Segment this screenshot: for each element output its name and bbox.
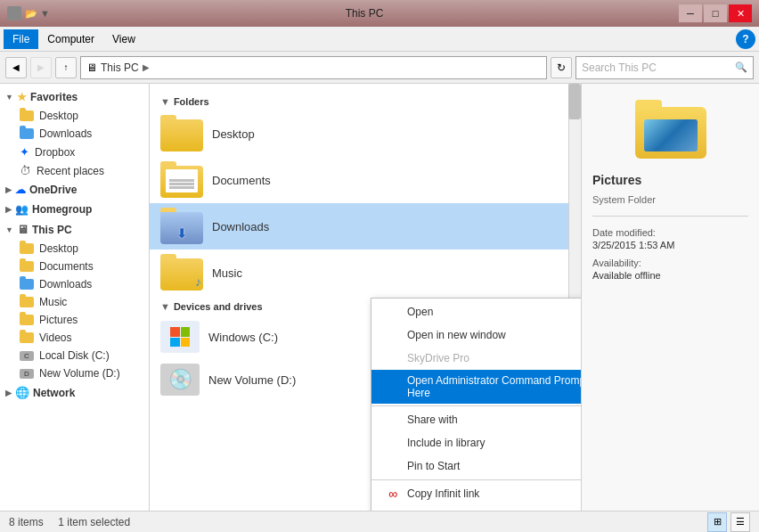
context-pin-start[interactable]: Pin to Start xyxy=(371,454,581,478)
folder-icon5 xyxy=(20,297,34,307)
star-icon: ★ xyxy=(17,91,27,103)
context-open-cmd[interactable]: Open Administrator Command Prompt Here xyxy=(371,370,581,404)
info-date-label: Date modified: xyxy=(592,227,748,238)
sidebar-item-recent[interactable]: ⏱ Recent places xyxy=(0,161,149,180)
context-open-new-window[interactable]: Open in new window xyxy=(371,323,581,347)
share-icon xyxy=(386,413,400,427)
info-divider xyxy=(592,216,748,217)
folder-icon3 xyxy=(20,261,34,272)
main-layout: ▼ ★ Favorites Desktop Downloads ✦ Dropbo… xyxy=(0,84,759,511)
context-share-with[interactable]: Share with ▶ xyxy=(371,408,581,431)
context-copy-infinit-label: Copy Infinit link xyxy=(407,487,479,500)
desktop-folder-icon xyxy=(160,116,203,151)
folder-item-downloads[interactable]: ⬇ Downloads xyxy=(150,203,581,250)
downloads-folder-name: Downloads xyxy=(212,220,269,233)
sidebar-new-volume-label: New Volume (D:) xyxy=(39,367,120,380)
context-open[interactable]: Open xyxy=(371,300,581,323)
info-availability-label: Availability: xyxy=(592,258,748,268)
minimize-button[interactable]: ─ xyxy=(679,4,702,22)
info-subtitle: System Folder xyxy=(592,194,748,205)
sidebar-item-desktop2[interactable]: Desktop xyxy=(0,240,149,258)
context-copy-infinit[interactable]: ∞ Copy Infinit link xyxy=(371,482,581,505)
drive2-name: New Volume (D:) xyxy=(208,373,296,387)
documents-folder-name: Documents xyxy=(212,174,271,187)
sidebar-thispc-header[interactable]: ▼ 🖥 This PC xyxy=(0,219,149,240)
info-panel: Pictures System Folder Date modified: 3/… xyxy=(581,84,759,511)
network-icon: 🌐 xyxy=(15,386,29,399)
sidebar-item-new-volume[interactable]: D New Volume (D:) xyxy=(0,364,149,382)
close-button[interactable]: ✕ xyxy=(729,4,752,22)
up-button[interactable]: ↑ xyxy=(55,57,77,78)
folder-item-music[interactable]: ♪ Music xyxy=(150,250,581,296)
window-title: This PC xyxy=(50,7,679,20)
dropbox-icon: ✦ xyxy=(20,145,29,159)
context-share-label: Share with xyxy=(407,413,458,426)
sidebar-item-downloads2[interactable]: Downloads xyxy=(0,275,149,293)
refresh-button[interactable]: ↻ xyxy=(551,57,572,78)
search-box[interactable]: Search This PC 🔍 xyxy=(575,56,754,79)
sidebar-item-local-disk[interactable]: C Local Disk (C:) xyxy=(0,347,149,364)
menu-file[interactable]: File xyxy=(4,29,38,49)
sidebar: ▼ ★ Favorites Desktop Downloads ✦ Dropbo… xyxy=(0,84,150,511)
onedrive-label: OneDrive xyxy=(29,184,77,196)
sidebar-item-downloads[interactable]: Downloads xyxy=(0,125,149,143)
sidebar-item-documents2[interactable]: Documents xyxy=(0,258,149,275)
view-list-button[interactable]: ☰ xyxy=(730,512,750,532)
forward-button[interactable]: ▶ xyxy=(30,57,52,78)
network-chevron: ▶ xyxy=(5,389,12,397)
title-bar-quick-access: 📂 ▼ xyxy=(25,8,50,20)
onedrive-chevron: ▶ xyxy=(5,185,12,194)
info-folder-icon xyxy=(635,102,706,159)
homegroup-chevron: ▶ xyxy=(5,205,12,214)
menu-bar: File Computer View ? xyxy=(0,27,759,52)
context-include-library[interactable]: Include in library ▶ xyxy=(371,431,581,454)
scroll-thumb[interactable] xyxy=(568,84,581,119)
context-open-label: Open xyxy=(407,306,433,318)
sidebar-network-header[interactable]: ▶ 🌐 Network xyxy=(0,382,149,403)
folder-icon4 xyxy=(20,279,34,290)
desktop-folder-name: Desktop xyxy=(212,127,255,141)
sidebar-item-dropbox[interactable]: ✦ Dropbox xyxy=(0,143,149,161)
sidebar-item-desktop[interactable]: Desktop xyxy=(0,107,149,125)
folders-section-header: ▼ Folders xyxy=(150,91,581,110)
sidebar-downloads2-label: Downloads xyxy=(39,278,92,291)
context-sep-1 xyxy=(371,405,581,406)
folder-item-documents[interactable]: Documents xyxy=(150,157,581,203)
back-button[interactable]: ◀ xyxy=(5,57,27,78)
folder-item-desktop[interactable]: Desktop xyxy=(150,110,581,157)
info-date-row: Date modified: 3/25/2015 1:53 AM xyxy=(592,227,748,250)
menu-computer[interactable]: Computer xyxy=(38,29,103,49)
favorites-label: Favorites xyxy=(30,91,78,103)
search-placeholder: Search This PC xyxy=(582,61,657,74)
sidebar-favorites-header[interactable]: ▼ ★ Favorites xyxy=(0,87,149,107)
sidebar-onedrive-header[interactable]: ▶ ☁ OneDrive xyxy=(0,180,149,200)
this-pc-breadcrumb[interactable]: This PC xyxy=(101,61,139,74)
sidebar-homegroup-header[interactable]: ▶ 👥 Homegroup xyxy=(0,200,149,219)
search-icon: 🔍 xyxy=(735,61,747,73)
address-bar: ◀ ▶ ↑ 🖥 This PC ▶ ↻ Search This PC 🔍 xyxy=(0,52,759,84)
title-bar-left: 📂 ▼ xyxy=(7,6,50,20)
sidebar-item-pictures[interactable]: Pictures xyxy=(0,311,149,329)
status-right: ⊞ ☰ xyxy=(707,512,750,532)
info-availability-row: Availability: Available offline xyxy=(592,258,748,281)
context-cmd-icon xyxy=(386,380,400,394)
help-button[interactable]: ? xyxy=(736,29,755,49)
sidebar-item-videos[interactable]: Videos xyxy=(0,329,149,347)
view-details-button[interactable]: ⊞ xyxy=(707,512,727,532)
favorites-chevron: ▼ xyxy=(5,93,13,102)
context-skydrive-icon xyxy=(386,351,400,365)
breadcrumb-chevron: ▶ xyxy=(143,62,150,72)
sidebar-local-disk-label: Local Disk (C:) xyxy=(39,349,110,362)
folders-section-label: Folders xyxy=(174,96,209,107)
context-open-new-window-label: Open in new window xyxy=(407,329,506,341)
menu-view[interactable]: View xyxy=(103,29,144,49)
homegroup-icon: 👥 xyxy=(15,203,29,216)
sidebar-item-music[interactable]: Music xyxy=(0,293,149,311)
status-bar: 8 items 1 item selected ⊞ ☰ xyxy=(0,511,759,532)
address-box[interactable]: 🖥 This PC ▶ xyxy=(80,56,547,79)
folder-icon xyxy=(20,110,34,121)
downloads-folder-icon xyxy=(20,128,34,139)
thispc-chevron: ▼ xyxy=(5,225,13,234)
maximize-button[interactable]: □ xyxy=(704,4,727,22)
context-send-infinit[interactable]: ∞ Send with Infinit xyxy=(371,505,581,511)
